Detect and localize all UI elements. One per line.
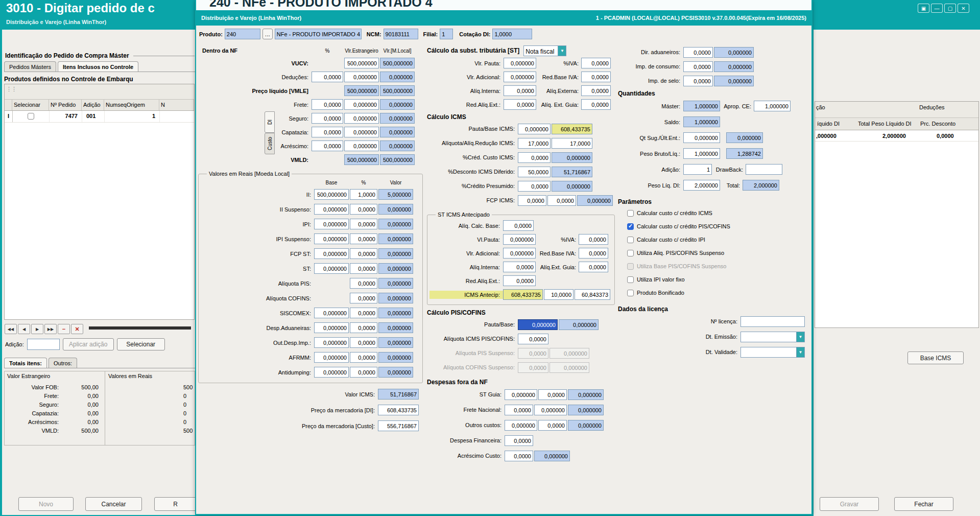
- adicao-input[interactable]: [27, 339, 60, 350]
- field[interactable]: 0,000000: [314, 263, 349, 274]
- grid-column-header[interactable]: Selecionar: [12, 100, 49, 110]
- grid-column-header[interactable]: Nº Pedido: [49, 100, 82, 110]
- field[interactable]: 0,0000: [683, 47, 713, 58]
- field[interactable]: 500,000000: [380, 85, 415, 96]
- field[interactable]: 0,000000: [503, 248, 536, 259]
- field[interactable]: 0,000000: [534, 451, 570, 461]
- produto-code-field[interactable]: 240: [225, 29, 260, 39]
- field[interactable]: 0,0000: [579, 248, 608, 259]
- grid-column-header[interactable]: Total Peso Líquido DI: [858, 121, 912, 127]
- selecionar-cell[interactable]: [13, 111, 50, 122]
- field[interactable]: 0,0000: [350, 352, 377, 363]
- field[interactable]: 0,0000: [683, 76, 713, 86]
- field[interactable]: 0,000000: [503, 234, 536, 245]
- field[interactable]: 0,000000: [314, 248, 349, 259]
- close-button[interactable]: ✕: [958, 4, 969, 13]
- minimize-button[interactable]: —: [931, 4, 943, 13]
- field[interactable]: 0,000000: [534, 405, 567, 415]
- field[interactable]: 0,000000: [378, 322, 413, 333]
- grid-column-header[interactable]: Adição: [82, 100, 104, 110]
- field[interactable]: 0,0000: [579, 262, 608, 272]
- field[interactable]: 0,000000: [344, 72, 379, 82]
- field[interactable]: 556,716867: [378, 420, 419, 431]
- field[interactable]: 0,000000: [380, 72, 415, 82]
- field[interactable]: 0,000000: [314, 308, 349, 318]
- tab[interactable]: Itens Inclusos no Controle: [58, 61, 138, 72]
- field[interactable]: 608,433735: [378, 405, 419, 415]
- table-row[interactable]: ,000000 2,000000 0,0000: [815, 130, 978, 142]
- checkbox[interactable]: [627, 250, 634, 256]
- navigator-button[interactable]: ▶: [31, 324, 43, 334]
- field[interactable]: 0,000000: [552, 181, 592, 192]
- field[interactable]: 0,000000: [683, 132, 720, 143]
- field[interactable]: 0,000000: [380, 113, 415, 124]
- dt-emissao-combo[interactable]: ▼: [740, 332, 805, 342]
- field[interactable]: 0,000000: [714, 47, 754, 58]
- field[interactable]: 608,433735: [552, 124, 592, 134]
- field[interactable]: 0,000000: [549, 362, 589, 373]
- checkbox-row[interactable]: Utiliza Base PIS/COFINS Suspenso: [618, 260, 811, 273]
- field[interactable]: 0,000000: [504, 58, 536, 68]
- field[interactable]: 0,000000: [378, 248, 413, 259]
- field[interactable]: 1: [683, 164, 712, 175]
- field[interactable]: 1,0000: [350, 189, 377, 200]
- field[interactable]: 0,000000: [559, 319, 599, 330]
- field[interactable]: 500,000000: [380, 154, 415, 165]
- navigator-button[interactable]: −: [58, 324, 70, 334]
- field[interactable]: 0,0000: [581, 85, 611, 96]
- field[interactable]: 0,0000: [503, 262, 536, 272]
- grid-column-header[interactable]: NumseqOrigem: [104, 100, 159, 110]
- field[interactable]: 0,000000: [314, 367, 349, 378]
- field[interactable]: 0,000000: [344, 113, 379, 124]
- field[interactable]: 0,0000: [312, 99, 343, 110]
- field[interactable]: 0,000000: [378, 263, 413, 274]
- field[interactable]: 0,000000: [378, 293, 413, 303]
- field[interactable]: 0,0000: [350, 337, 377, 348]
- field[interactable]: 2,000000: [743, 180, 779, 191]
- chevron-down-icon[interactable]: ▼: [558, 46, 566, 56]
- field[interactable]: 0,000000: [504, 72, 536, 82]
- cancelar-button[interactable]: Cancelar: [85, 497, 142, 511]
- field[interactable]: 0,000000: [380, 127, 415, 137]
- field[interactable]: [746, 164, 782, 175]
- checkbox[interactable]: [627, 223, 634, 230]
- orders-grid[interactable]: ⋮⋮ SelecionarNº PedidoAdiçãoNumseqOrigem…: [4, 84, 195, 320]
- field[interactable]: 0,0000: [518, 195, 546, 206]
- field[interactable]: 0,0000: [312, 72, 343, 82]
- field[interactable]: 1,000000: [754, 101, 791, 111]
- maximize-button[interactable]: ▢: [944, 4, 956, 13]
- field[interactable]: 0,000000: [314, 352, 349, 363]
- field[interactable]: 0,0000: [505, 435, 533, 446]
- field[interactable]: 0,0000: [312, 127, 343, 137]
- field[interactable]: 0,000000: [314, 204, 349, 215]
- field[interactable]: 0,000000: [380, 140, 415, 151]
- field[interactable]: 0,0000: [503, 220, 534, 231]
- field[interactable]: 0,0000: [350, 219, 377, 229]
- field[interactable]: 50,0000: [518, 167, 551, 177]
- tab[interactable]: Totais itens:: [4, 358, 47, 368]
- grid-column-header[interactable]: N: [159, 100, 194, 110]
- dt-validade-combo[interactable]: ▼: [740, 347, 805, 358]
- field[interactable]: 0,0000: [312, 140, 343, 151]
- field[interactable]: 60,843373: [575, 289, 610, 300]
- field[interactable]: 0,0000: [350, 263, 377, 274]
- field[interactable]: 51,716867: [378, 389, 419, 400]
- field[interactable]: 500,000000: [344, 85, 379, 96]
- field[interactable]: 0,0000: [350, 204, 377, 215]
- field[interactable]: 0,000000: [568, 405, 604, 415]
- field[interactable]: 0,0000: [518, 181, 551, 192]
- checkbox-row[interactable]: Produto Bonificado: [618, 286, 811, 299]
- dialog-titlebar[interactable]: Distribuição e Varejo (Linha WinThor) 1 …: [196, 10, 811, 26]
- tab[interactable]: Outros:: [49, 358, 77, 368]
- checkbox[interactable]: [627, 237, 634, 243]
- checkbox[interactable]: [627, 276, 634, 283]
- fechar-button[interactable]: Fechar: [894, 497, 953, 511]
- field[interactable]: 0,000000: [380, 99, 415, 110]
- aplicar-adicao-button[interactable]: Aplicar adição: [63, 338, 114, 350]
- repetir-button[interactable]: R: [154, 497, 197, 511]
- field[interactable]: 0,0000: [547, 195, 576, 206]
- field[interactable]: 0,000000: [568, 420, 604, 431]
- selecionar-button[interactable]: Selecionar: [117, 338, 165, 350]
- field[interactable]: 17,0000: [518, 138, 551, 149]
- field[interactable]: 0,000000: [314, 219, 349, 229]
